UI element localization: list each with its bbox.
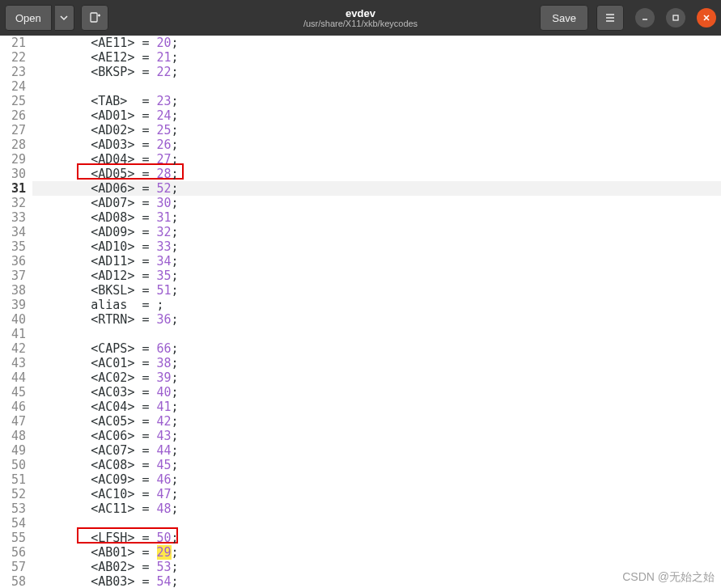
line-number: 53 [0, 501, 26, 516]
close-button[interactable] [697, 8, 716, 27]
maximize-button[interactable] [666, 8, 685, 27]
svg-rect-0 [91, 13, 97, 22]
code-line[interactable]: <AB02> = 53; [32, 560, 721, 574]
line-number: 47 [0, 414, 26, 429]
line-number: 31 [0, 181, 26, 196]
line-number: 42 [0, 341, 26, 356]
code-line[interactable]: <AC05> = 42; [32, 414, 721, 429]
line-number: 44 [0, 370, 26, 385]
code-line[interactable] [32, 516, 721, 531]
line-number: 40 [0, 312, 26, 327]
line-number: 23 [0, 65, 26, 79]
line-number: 48 [0, 429, 26, 443]
code-line[interactable]: <AD02> = 25; [32, 123, 721, 137]
open-dropdown-button[interactable] [55, 5, 74, 31]
code-line[interactable]: <BKSP> = 22; [32, 65, 721, 79]
line-number: 22 [0, 50, 26, 65]
close-icon [702, 14, 710, 22]
line-number: 34 [0, 225, 26, 239]
code-line[interactable]: <AC03> = 40; [32, 385, 721, 400]
code-content[interactable]: <AE11> = 20; <AE12> = 21; <BKSP> = 22; <… [32, 36, 721, 588]
line-number: 46 [0, 400, 26, 414]
code-line[interactable]: <RTRN> = 36; [32, 312, 721, 327]
hamburger-menu-button[interactable] [596, 5, 624, 31]
code-line[interactable]: <AD10> = 33; [32, 239, 721, 254]
hamburger-icon [604, 12, 616, 23]
line-number: 41 [0, 327, 26, 341]
code-line[interactable]: <AB01> = 29; [32, 545, 721, 560]
code-line[interactable]: <AB03> = 54; [32, 574, 721, 588]
minimize-button[interactable] [635, 8, 655, 27]
line-number: 32 [0, 196, 26, 210]
line-number: 35 [0, 239, 26, 254]
maximize-icon [672, 14, 680, 22]
code-line[interactable]: <AC02> = 39; [32, 370, 721, 385]
code-line[interactable]: <AD03> = 26; [32, 137, 721, 152]
editor-area[interactable]: 2122232425262728293031323334353637383940… [0, 36, 721, 588]
line-number: 54 [0, 516, 26, 531]
chevron-down-icon [60, 14, 68, 22]
line-number: 57 [0, 560, 26, 574]
code-line[interactable]: <AC04> = 41; [32, 400, 721, 414]
code-line[interactable]: <AC08> = 45; [32, 458, 721, 472]
line-number: 28 [0, 137, 26, 152]
line-number: 26 [0, 108, 26, 123]
line-number: 30 [0, 167, 26, 181]
code-line[interactable]: alias = ; [32, 298, 721, 312]
code-line[interactable]: <AD07> = 30; [32, 196, 721, 210]
line-number: 25 [0, 94, 26, 108]
line-number: 45 [0, 385, 26, 400]
line-number-gutter: 2122232425262728293031323334353637383940… [0, 36, 32, 588]
line-number: 43 [0, 356, 26, 370]
document-title: evdev [346, 7, 375, 19]
code-line[interactable]: <AC11> = 48; [32, 501, 721, 516]
code-line[interactable]: <AD01> = 24; [32, 108, 721, 123]
svg-rect-1 [673, 15, 678, 20]
code-line[interactable]: <AD06> = 52; [32, 181, 721, 196]
code-line[interactable]: <AD11> = 34; [32, 254, 721, 269]
code-line[interactable]: <AD08> = 31; [32, 210, 721, 225]
open-button[interactable]: Open [5, 5, 52, 31]
code-line[interactable]: <AD09> = 32; [32, 225, 721, 239]
code-line[interactable]: <LFSH> = 50; [32, 531, 721, 545]
line-number: 50 [0, 458, 26, 472]
code-line[interactable]: <BKSL> = 51; [32, 283, 721, 298]
code-line[interactable] [32, 79, 721, 94]
code-line[interactable]: <AD04> = 27; [32, 152, 721, 167]
code-line[interactable]: <AD12> = 35; [32, 269, 721, 283]
line-number: 37 [0, 269, 26, 283]
line-number: 56 [0, 545, 26, 560]
code-line[interactable]: <AC10> = 47; [32, 487, 721, 501]
header-bar: Open evdev /usr/share/X11/xkb/keycodes S… [0, 0, 721, 36]
code-line[interactable]: <CAPS> = 66; [32, 341, 721, 356]
line-number: 27 [0, 123, 26, 137]
line-number: 55 [0, 531, 26, 545]
document-path: /usr/share/X11/xkb/keycodes [303, 19, 418, 28]
code-line[interactable]: <AC06> = 43; [32, 429, 721, 443]
line-number: 29 [0, 152, 26, 167]
line-number: 52 [0, 487, 26, 501]
new-tab-button[interactable] [81, 5, 108, 31]
code-line[interactable]: <AC09> = 46; [32, 472, 721, 487]
code-line[interactable]: <AE12> = 21; [32, 50, 721, 65]
line-number: 51 [0, 472, 26, 487]
code-line[interactable] [32, 327, 721, 341]
line-number: 36 [0, 254, 26, 269]
minimize-icon [641, 14, 649, 22]
code-line[interactable]: <AC01> = 38; [32, 356, 721, 370]
line-number: 39 [0, 298, 26, 312]
line-number: 33 [0, 210, 26, 225]
code-line[interactable]: <AE11> = 20; [32, 36, 721, 50]
line-number: 58 [0, 574, 26, 588]
code-line[interactable]: <TAB> = 23; [32, 94, 721, 108]
line-number: 49 [0, 443, 26, 458]
code-line[interactable]: <AC07> = 44; [32, 443, 721, 458]
code-line[interactable]: <AD05> = 28; [32, 167, 721, 181]
line-number: 21 [0, 36, 26, 50]
save-button[interactable]: Save [540, 5, 588, 31]
line-number: 24 [0, 79, 26, 94]
line-number: 38 [0, 283, 26, 298]
new-document-icon [88, 11, 101, 24]
